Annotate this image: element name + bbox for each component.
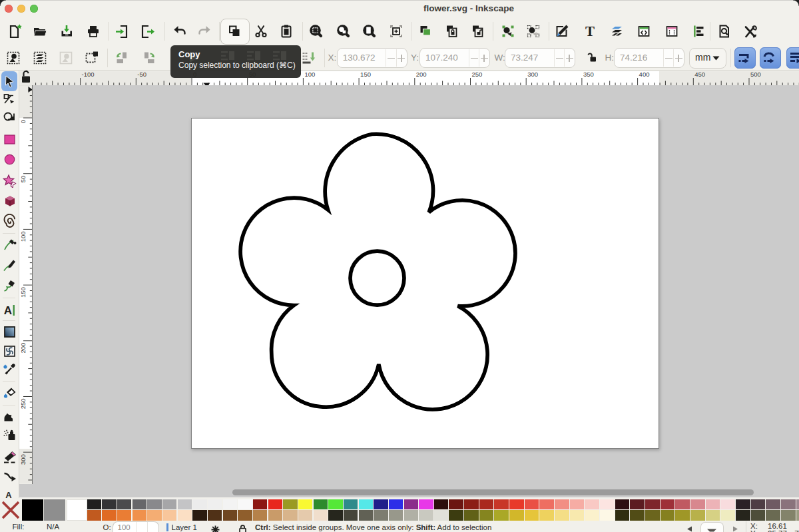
svg-text:-50: -50 (137, 71, 146, 78)
svg-text:50: 50 (19, 176, 27, 183)
svg-text:150: 150 (19, 287, 27, 298)
svg-text:300: 300 (527, 71, 538, 78)
svg-text:-100: -100 (82, 71, 95, 78)
svg-text:T: T (585, 23, 595, 39)
svg-text:100: 100 (19, 231, 27, 242)
svg-text:250: 250 (19, 398, 27, 409)
svg-text:150: 150 (360, 71, 371, 78)
svg-text:350: 350 (583, 71, 594, 78)
svg-text:400: 400 (639, 71, 650, 78)
svg-text:A: A (3, 304, 11, 317)
svg-text:0: 0 (19, 120, 27, 123)
svg-text:500: 500 (750, 71, 761, 78)
svg-text:200: 200 (19, 343, 27, 354)
svg-text:300: 300 (19, 454, 27, 465)
svg-text:250: 250 (472, 71, 483, 78)
svg-text:100: 100 (304, 71, 315, 78)
svg-text:200: 200 (416, 71, 427, 78)
svg-text:450: 450 (694, 71, 705, 78)
